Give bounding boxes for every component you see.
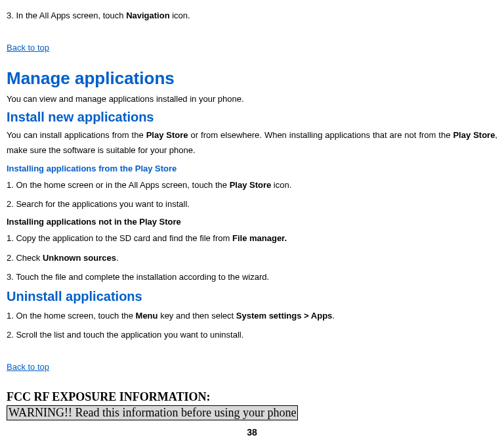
notstore-step2-b: Unknown sources [43,253,116,263]
install-paragraph: You can install applications from the Pl… [7,127,497,158]
uninstall-step1-pre: 1. On the home screen, touch the [7,311,136,321]
subheading-not-play-store: Installing applications not in the Play … [7,217,497,227]
notstore-step-1: 1. Copy the application to the SD card a… [7,231,497,246]
back-to-top-link-2[interactable]: Back to top [7,362,49,372]
store-step-2: 2. Search for the applications you want … [7,196,497,212]
store-step1-post: icon. [271,180,291,190]
uninstall-step-1: 1. On the home screen, touch the Menu ke… [7,308,497,323]
step3-suffix: icon. [170,11,190,20]
notstore-step1-pre: 1. Copy the application to the SD card a… [7,233,232,243]
step-navigation: 3. In the All Apps screen, touch Navigat… [7,8,497,23]
notstore-step1-b: File manager. [232,233,287,243]
notstore-step-3: 3. Touch the file and complete the insta… [7,269,497,284]
uninstall-step1-post: . [332,311,335,321]
uninstall-step1-b2: System settings > Apps [236,311,333,321]
store-step1-b: Play Store [230,180,272,190]
step3-prefix: 3. In the All Apps screen, touch [7,11,126,20]
notstore-step-2: 2. Check Unknown sources. [7,250,497,265]
install-b2: Play Store [453,130,495,140]
subheading-from-play-store: Installing applications from the Play St… [7,164,497,173]
notstore-step2-post: . [116,253,119,263]
manage-intro-text: You can view and manage applications ins… [7,91,497,106]
store-step1-pre: 1. On the home screen or in the All Apps… [7,180,230,190]
warning-box: WARNING!! Read this information before u… [7,405,298,420]
install-p1: You can install applications from the [7,130,146,140]
store-step-1: 1. On the home screen or in the All Apps… [7,177,497,192]
page-number: 38 [7,427,497,437]
notstore-step2-pre: 2. Check [7,253,43,263]
install-p2: or from elsewhere. When installing appli… [188,130,453,140]
install-b1: Play Store [146,130,188,140]
back-to-top-link[interactable]: Back to top [7,43,49,53]
uninstall-step-2: 2. Scroll the list and touch the applica… [7,327,497,342]
heading-uninstall: Uninstall applications [7,289,497,304]
step3-bold: Navigation [126,11,169,20]
heading-install-new: Install new applications [7,110,497,125]
fcc-heading: FCC RF EXPOSURE INFORMATION: [7,390,497,404]
uninstall-step1-b1: Menu [136,311,158,321]
heading-manage-applications: Manage applications [7,68,497,89]
uninstall-step1-mid: key and then select [158,311,236,321]
